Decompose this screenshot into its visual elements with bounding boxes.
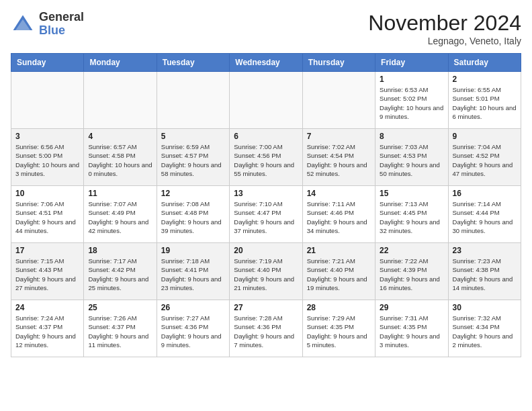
- day-info: Sunrise: 7:19 AMSunset: 4:40 PMDaylight:…: [234, 257, 298, 292]
- day-info: Sunrise: 7:00 AMSunset: 4:56 PMDaylight:…: [234, 142, 298, 178]
- day-number: 24: [15, 303, 79, 312]
- day-cell-17: 17Sunrise: 7:15 AMSunset: 4:43 PMDayligh…: [11, 243, 84, 300]
- col-header-thursday: Thursday: [302, 54, 375, 72]
- day-number: 5: [161, 132, 225, 141]
- week-row-3: 10Sunrise: 7:06 AMSunset: 4:51 PMDayligh…: [11, 186, 521, 243]
- week-row-1: 1Sunrise: 6:53 AMSunset: 5:02 PMDaylight…: [11, 72, 521, 129]
- day-cell-25: 25Sunrise: 7:26 AMSunset: 4:37 PMDayligh…: [84, 300, 157, 357]
- month-title: November 2024: [368, 11, 521, 36]
- day-number: 14: [307, 189, 371, 198]
- empty-cell: [11, 72, 84, 129]
- day-number: 28: [307, 303, 371, 312]
- day-info: Sunrise: 7:31 AMSunset: 4:35 PMDaylight:…: [380, 314, 443, 349]
- day-number: 9: [453, 132, 517, 141]
- day-info: Sunrise: 6:57 AMSunset: 4:58 PMDaylight:…: [88, 142, 152, 178]
- day-cell-24: 24Sunrise: 7:24 AMSunset: 4:37 PMDayligh…: [11, 300, 84, 357]
- calendar: SundayMondayTuesdayWednesdayThursdayFrid…: [11, 53, 521, 357]
- day-number: 13: [234, 189, 298, 198]
- day-number: 16: [453, 189, 517, 198]
- empty-cell: [230, 72, 302, 129]
- col-header-sunday: Sunday: [11, 54, 84, 72]
- day-info: Sunrise: 7:21 AMSunset: 4:40 PMDaylight:…: [307, 257, 371, 292]
- col-header-monday: Monday: [84, 54, 157, 72]
- day-cell-21: 21Sunrise: 7:21 AMSunset: 4:40 PMDayligh…: [302, 243, 375, 300]
- week-row-5: 24Sunrise: 7:24 AMSunset: 4:37 PMDayligh…: [11, 300, 521, 357]
- day-number: 21: [307, 246, 371, 255]
- day-cell-23: 23Sunrise: 7:23 AMSunset: 4:38 PMDayligh…: [448, 243, 521, 300]
- day-number: 12: [161, 189, 225, 198]
- day-cell-27: 27Sunrise: 7:28 AMSunset: 4:36 PMDayligh…: [230, 300, 302, 357]
- week-row-4: 17Sunrise: 7:15 AMSunset: 4:43 PMDayligh…: [11, 243, 521, 300]
- day-cell-12: 12Sunrise: 7:08 AMSunset: 4:48 PMDayligh…: [157, 186, 229, 243]
- day-number: 2: [453, 75, 517, 84]
- col-header-saturday: Saturday: [448, 54, 521, 72]
- day-cell-3: 3Sunrise: 6:56 AMSunset: 5:00 PMDaylight…: [11, 129, 84, 186]
- empty-cell: [302, 72, 375, 129]
- day-cell-16: 16Sunrise: 7:14 AMSunset: 4:44 PMDayligh…: [448, 186, 521, 243]
- day-cell-20: 20Sunrise: 7:19 AMSunset: 4:40 PMDayligh…: [230, 243, 302, 300]
- day-number: 4: [88, 132, 152, 141]
- day-cell-10: 10Sunrise: 7:06 AMSunset: 4:51 PMDayligh…: [11, 186, 84, 243]
- day-cell-29: 29Sunrise: 7:31 AMSunset: 4:35 PMDayligh…: [375, 300, 448, 357]
- day-number: 23: [453, 246, 517, 255]
- day-number: 10: [15, 189, 79, 198]
- day-info: Sunrise: 7:18 AMSunset: 4:41 PMDaylight:…: [161, 257, 225, 292]
- day-cell-15: 15Sunrise: 7:13 AMSunset: 4:45 PMDayligh…: [375, 186, 448, 243]
- day-cell-13: 13Sunrise: 7:10 AMSunset: 4:47 PMDayligh…: [230, 186, 302, 243]
- logo-icon: [11, 12, 35, 36]
- day-info: Sunrise: 7:10 AMSunset: 4:47 PMDaylight:…: [234, 199, 298, 235]
- day-info: Sunrise: 7:23 AMSunset: 4:38 PMDaylight:…: [453, 257, 517, 292]
- day-cell-7: 7Sunrise: 7:02 AMSunset: 4:54 PMDaylight…: [302, 129, 375, 186]
- day-info: Sunrise: 7:32 AMSunset: 4:34 PMDaylight:…: [453, 314, 517, 349]
- day-info: Sunrise: 7:03 AMSunset: 4:53 PMDaylight:…: [380, 142, 443, 178]
- day-number: 29: [380, 303, 443, 312]
- day-number: 25: [88, 303, 152, 312]
- page-header: General Blue November 2024 Legnago, Vene…: [11, 11, 521, 46]
- day-cell-2: 2Sunrise: 6:55 AMSunset: 5:01 PMDaylight…: [448, 72, 521, 129]
- day-info: Sunrise: 7:11 AMSunset: 4:46 PMDaylight:…: [307, 199, 371, 235]
- col-header-friday: Friday: [375, 54, 448, 72]
- day-info: Sunrise: 7:22 AMSunset: 4:39 PMDaylight:…: [380, 257, 443, 292]
- day-info: Sunrise: 7:28 AMSunset: 4:36 PMDaylight:…: [234, 314, 298, 349]
- day-info: Sunrise: 7:24 AMSunset: 4:37 PMDaylight:…: [15, 314, 79, 349]
- day-cell-4: 4Sunrise: 6:57 AMSunset: 4:58 PMDaylight…: [84, 129, 157, 186]
- day-info: Sunrise: 7:26 AMSunset: 4:37 PMDaylight:…: [88, 314, 152, 349]
- empty-cell: [84, 72, 157, 129]
- day-info: Sunrise: 7:04 AMSunset: 4:52 PMDaylight:…: [453, 142, 517, 178]
- logo-text: General Blue: [39, 11, 84, 38]
- day-number: 3: [15, 132, 79, 141]
- day-cell-28: 28Sunrise: 7:29 AMSunset: 4:35 PMDayligh…: [302, 300, 375, 357]
- day-cell-19: 19Sunrise: 7:18 AMSunset: 4:41 PMDayligh…: [157, 243, 229, 300]
- day-info: Sunrise: 7:13 AMSunset: 4:45 PMDaylight:…: [380, 199, 443, 235]
- week-row-2: 3Sunrise: 6:56 AMSunset: 5:00 PMDaylight…: [11, 129, 521, 186]
- day-cell-1: 1Sunrise: 6:53 AMSunset: 5:02 PMDaylight…: [375, 72, 448, 129]
- day-info: Sunrise: 7:27 AMSunset: 4:36 PMDaylight:…: [161, 314, 225, 349]
- day-number: 15: [380, 189, 443, 198]
- day-cell-22: 22Sunrise: 7:22 AMSunset: 4:39 PMDayligh…: [375, 243, 448, 300]
- day-number: 1: [380, 75, 443, 84]
- day-cell-6: 6Sunrise: 7:00 AMSunset: 4:56 PMDaylight…: [230, 129, 302, 186]
- day-number: 7: [307, 132, 371, 141]
- day-info: Sunrise: 7:07 AMSunset: 4:49 PMDaylight:…: [88, 199, 152, 235]
- day-number: 27: [234, 303, 298, 312]
- col-header-tuesday: Tuesday: [157, 54, 229, 72]
- day-number: 19: [161, 246, 225, 255]
- day-info: Sunrise: 7:06 AMSunset: 4:51 PMDaylight:…: [15, 199, 79, 235]
- title-section: November 2024 Legnago, Veneto, Italy: [368, 11, 521, 46]
- day-info: Sunrise: 6:53 AMSunset: 5:02 PMDaylight:…: [380, 85, 443, 121]
- day-info: Sunrise: 7:15 AMSunset: 4:43 PMDaylight:…: [15, 257, 79, 292]
- day-info: Sunrise: 7:14 AMSunset: 4:44 PMDaylight:…: [453, 199, 517, 235]
- day-info: Sunrise: 7:29 AMSunset: 4:35 PMDaylight:…: [307, 314, 371, 349]
- logo-general: General: [39, 10, 84, 24]
- day-number: 11: [88, 189, 152, 198]
- day-cell-26: 26Sunrise: 7:27 AMSunset: 4:36 PMDayligh…: [157, 300, 229, 357]
- col-header-wednesday: Wednesday: [230, 54, 302, 72]
- day-info: Sunrise: 7:02 AMSunset: 4:54 PMDaylight:…: [307, 142, 371, 178]
- day-number: 22: [380, 246, 443, 255]
- logo-blue: Blue: [39, 24, 65, 37]
- day-cell-30: 30Sunrise: 7:32 AMSunset: 4:34 PMDayligh…: [448, 300, 521, 357]
- day-cell-8: 8Sunrise: 7:03 AMSunset: 4:53 PMDaylight…: [375, 129, 448, 186]
- day-cell-11: 11Sunrise: 7:07 AMSunset: 4:49 PMDayligh…: [84, 186, 157, 243]
- empty-cell: [157, 72, 229, 129]
- day-number: 17: [15, 246, 79, 255]
